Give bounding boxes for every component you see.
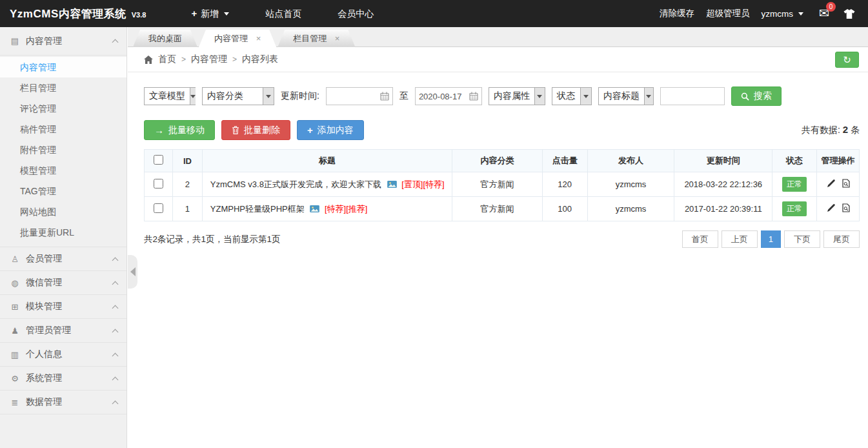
chevron-down-icon	[263, 88, 274, 105]
table-row: 2 YzmCMS v3.8正式版开发完成，欢迎大家下载 [置顶][特荐] 官方新…	[145, 172, 860, 197]
user-menu[interactable]: yzmcms	[762, 9, 804, 19]
plus-icon: +	[307, 125, 313, 136]
sidebar: ▤ 内容管理 内容管理 栏目管理 评论管理 稿件管理 附件管理 模型管理 TAG…	[0, 27, 127, 448]
sidebar-item-content-manage[interactable]: 内容管理	[0, 57, 126, 77]
row-checkbox[interactable]	[154, 203, 163, 213]
nav-member-center[interactable]: 会员中心	[319, 0, 392, 27]
sidebar-item-tag-manage[interactable]: TAG管理	[0, 181, 126, 201]
attribute-select[interactable]: 内容属性	[489, 87, 545, 105]
add-content-button[interactable]: + 添加内容	[297, 120, 364, 140]
content-panel: 文章模型 内容分类 更新时间:	[128, 72, 868, 248]
page-prev[interactable]: 上页	[722, 230, 758, 248]
cell-publisher: yzmcms	[587, 197, 674, 221]
clear-cache-button[interactable]: 清除缓存	[660, 8, 694, 19]
tab-content-manage[interactable]: 内容管理 ×	[199, 30, 276, 47]
breadcrumb-home[interactable]: 首页	[158, 54, 176, 65]
edit-button[interactable]	[827, 179, 836, 188]
search-button[interactable]: 搜索	[731, 87, 782, 106]
nav-add[interactable]: + 新增	[173, 0, 247, 27]
sidebar-group-profile[interactable]: ▥ 个人信息	[0, 343, 126, 367]
tab-column-manage[interactable]: 栏目管理 ×	[278, 30, 355, 47]
module-icon: ⊞	[10, 302, 20, 312]
content-tags: [特荐][推荐]	[325, 204, 367, 214]
profile-icon: ▥	[10, 350, 20, 360]
chevron-up-icon	[112, 281, 119, 287]
sidebar-group-wechat[interactable]: ◍ 微信管理	[0, 271, 126, 295]
cell-category: 官方新闻	[452, 172, 543, 197]
keyword-input[interactable]	[660, 87, 725, 105]
close-icon[interactable]: ×	[335, 34, 340, 43]
page-last[interactable]: 尾页	[823, 230, 860, 248]
app-version: V3.8	[132, 11, 146, 19]
total-count-label: 共有数据:	[802, 125, 840, 135]
tab-label: 栏目管理	[293, 34, 327, 43]
nav-site-home[interactable]: 站点首页	[247, 0, 319, 27]
status-select-value: 状态	[552, 90, 580, 102]
messages-button[interactable]: ✉ 0	[819, 7, 829, 20]
chevron-up-icon	[112, 329, 119, 335]
page-next[interactable]: 下页	[784, 230, 820, 248]
sidebar-item-draft-manage[interactable]: 稿件管理	[0, 119, 126, 139]
date-from-input[interactable]	[326, 87, 393, 105]
content-title[interactable]: YZMPHP轻量级PHP框架	[210, 204, 305, 214]
sidebar-group-label: 模块管理	[26, 301, 113, 312]
page-number-current[interactable]: 1	[761, 230, 781, 248]
date-to-input[interactable]: 2020-08-17	[415, 87, 482, 105]
sidebar-group-content[interactable]: ▤ 内容管理	[0, 27, 126, 56]
model-select[interactable]: 文章模型	[144, 87, 196, 105]
sidebar-collapse-handle[interactable]	[128, 255, 137, 289]
batch-delete-button[interactable]: 批量删除	[221, 120, 290, 140]
sidebar-group-label: 会员管理	[26, 253, 113, 265]
sidebar-item-sitemap[interactable]: 网站地图	[0, 201, 126, 222]
sidebar-group-system[interactable]: ⚙ 系统管理	[0, 367, 126, 391]
col-status: 状态	[772, 150, 817, 172]
sidebar-item-batch-update-url[interactable]: 批量更新URL	[0, 222, 126, 243]
system-icon: ⚙	[10, 374, 20, 383]
sidebar-group-module[interactable]: ⊞ 模块管理	[0, 295, 126, 319]
edit-button[interactable]	[827, 203, 836, 212]
top-nav: + 新增 站点首页 会员中心	[173, 0, 392, 27]
chevron-down-icon	[580, 88, 591, 105]
col-updated: 更新时间	[674, 150, 772, 172]
content-title[interactable]: YzmCMS v3.8正式版开发完成，欢迎大家下载	[210, 179, 381, 189]
breadcrumb-section[interactable]: 内容管理	[191, 54, 227, 65]
theme-button[interactable]	[843, 9, 855, 19]
app-logo: YzmCMS内容管理系统	[0, 6, 126, 21]
main-area: 我的桌面 内容管理 × 栏目管理 × 首页 > 内容管理 > 内容列表 ↻ 文章…	[128, 27, 868, 448]
chevron-down-icon	[798, 12, 803, 15]
chevron-down-icon	[190, 88, 196, 105]
sidebar-group-label: 个人信息	[26, 349, 113, 360]
preview-icon	[842, 179, 850, 188]
sidebar-item-attachment-manage[interactable]: 附件管理	[0, 139, 126, 160]
tab-my-desktop[interactable]: 我的桌面	[133, 30, 197, 47]
close-icon[interactable]: ×	[256, 34, 261, 43]
search-field-select[interactable]: 内容标题	[598, 87, 654, 105]
category-select[interactable]: 内容分类	[202, 87, 274, 105]
col-clicks: 点击量	[542, 150, 587, 172]
to-label: 至	[399, 90, 409, 102]
image-icon	[387, 181, 397, 188]
member-icon: ♙	[10, 254, 20, 264]
sidebar-group-data[interactable]: ≣ 数据管理	[0, 391, 126, 414]
sidebar-item-column-manage[interactable]: 栏目管理	[0, 77, 126, 98]
batch-move-button[interactable]: → 批量移动	[144, 120, 215, 140]
page-first[interactable]: 首页	[682, 230, 718, 248]
nav-site-home-label: 站点首页	[265, 0, 301, 27]
status-select[interactable]: 状态	[552, 87, 592, 105]
sidebar-item-comment-manage[interactable]: 评论管理	[0, 98, 126, 119]
row-checkbox[interactable]	[154, 179, 163, 188]
select-all-checkbox[interactable]	[154, 155, 163, 165]
preview-button[interactable]	[842, 179, 850, 188]
total-count-unit: 条	[851, 125, 860, 135]
top-header: YzmCMS内容管理系统 V3.8 + 新增 站点首页 会员中心 清除缓存 超级…	[0, 0, 868, 27]
sidebar-group-label: 微信管理	[26, 277, 113, 289]
refresh-button[interactable]: ↻	[835, 52, 859, 68]
message-count-badge: 0	[826, 2, 836, 12]
collapse-arrow-icon	[130, 267, 136, 276]
chevron-down-icon	[534, 88, 545, 105]
preview-button[interactable]	[842, 203, 850, 212]
sidebar-group-admin[interactable]: ♟ 管理员管理	[0, 319, 126, 343]
sidebar-group-member[interactable]: ♙ 会员管理	[0, 247, 126, 271]
sidebar-item-model-manage[interactable]: 模型管理	[0, 160, 126, 181]
header-right: 清除缓存 超级管理员 yzmcms ✉ 0	[660, 7, 868, 20]
